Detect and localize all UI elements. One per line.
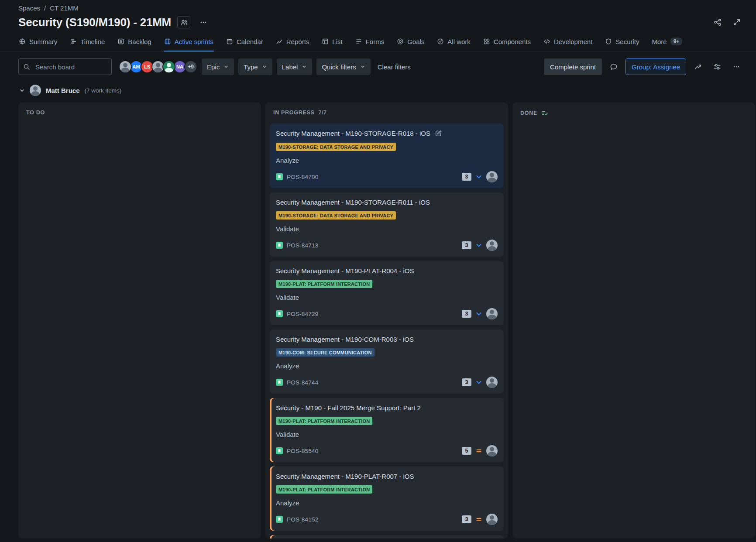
tab-label: Components: [494, 38, 531, 45]
search-input[interactable]: [18, 58, 112, 75]
tab-components[interactable]: Components: [483, 33, 531, 51]
tab-development[interactable]: Development: [543, 33, 593, 51]
priority-medium-icon: [475, 447, 482, 454]
circle-check-icon: [437, 38, 444, 45]
breadcrumb-project-link[interactable]: CT 21MM: [50, 4, 79, 12]
tab-goals[interactable]: Goals: [396, 33, 425, 51]
tab-label: Development: [554, 38, 592, 45]
card-partial[interactable]: [270, 535, 504, 539]
assignee-avatar-stack: AM LS NA +9: [119, 60, 197, 73]
tab-all-work[interactable]: All work: [436, 33, 471, 51]
tab-more[interactable]: More 9+: [652, 33, 683, 51]
story-icon: [276, 447, 283, 454]
tab-forms[interactable]: Forms: [355, 33, 385, 51]
code-icon: [543, 38, 550, 45]
assignee-avatar[interactable]: [486, 514, 498, 525]
tab-summary[interactable]: Summary: [18, 33, 58, 51]
card-status: Validate: [276, 225, 498, 233]
assignee-avatar[interactable]: [486, 240, 498, 251]
story-points-badge[interactable]: 3: [462, 515, 471, 523]
assignee-avatar[interactable]: [486, 445, 498, 456]
edit-summary-button[interactable]: [435, 130, 442, 138]
card-title: Security Management - M190-COM-R003 - iO…: [276, 335, 414, 344]
assignee-group-header: Matt Bruce (7 work items): [19, 85, 756, 96]
assignee-avatar[interactable]: [486, 171, 498, 182]
tab-label: All work: [447, 38, 471, 45]
label-badge: M190-PLAT: PLATFORM INTERACTION: [276, 280, 372, 288]
complete-sprint-button[interactable]: Complete sprint: [544, 58, 602, 75]
avatar-person-icon[interactable]: [162, 60, 175, 73]
column-done: DONE: [512, 102, 755, 539]
card-pos-84152[interactable]: Security Management - M190-PLAT-R007 - i…: [270, 467, 504, 531]
sliders-icon: [713, 63, 721, 71]
card-pos-84729[interactable]: Security Management - M190-PLAT-R004 - i…: [270, 261, 504, 325]
assignee-avatar[interactable]: [486, 308, 498, 319]
timeline-icon: [70, 38, 77, 45]
story-icon: [276, 516, 283, 523]
tab-timeline[interactable]: Timeline: [69, 33, 105, 51]
group-by-assignee-button[interactable]: Group: Assignee: [625, 58, 686, 75]
type-filter-dropdown[interactable]: Type: [238, 58, 272, 75]
fullscreen-button[interactable]: [730, 15, 744, 29]
breadcrumb-spaces-link[interactable]: Spaces: [18, 4, 40, 12]
tab-calendar[interactable]: Calendar: [226, 33, 264, 51]
insights-button[interactable]: [691, 59, 705, 74]
filter-label: Epic: [207, 63, 220, 71]
tab-security[interactable]: Security: [605, 33, 639, 51]
column-count: 7/7: [319, 110, 327, 116]
avatar-photo-1[interactable]: [119, 60, 132, 73]
group-avatar: [30, 85, 41, 96]
card-title: Security Management - M190-STORAGE-R018 …: [276, 129, 430, 138]
card-key: POS-84152: [287, 516, 318, 523]
more-horizontal-icon: [733, 63, 740, 70]
toolbar-more-button[interactable]: [729, 59, 744, 74]
priority-medium-icon: [475, 516, 482, 523]
story-points-badge[interactable]: 3: [462, 310, 471, 318]
tab-label: Goals: [407, 38, 424, 45]
share-button[interactable]: [711, 15, 725, 29]
page-header: Spaces / CT 21MM Security (S190/M190) - …: [0, 0, 756, 29]
story-points-badge[interactable]: 3: [462, 241, 471, 249]
avatar-overflow-count[interactable]: +9: [184, 60, 197, 73]
expand-icon: [733, 18, 741, 26]
column-title: TO DO: [26, 110, 45, 116]
chevron-down-icon: [360, 64, 365, 69]
epic-filter-dropdown[interactable]: Epic: [202, 58, 234, 75]
column-todo-cards: [18, 123, 261, 128]
story-points-badge[interactable]: 3: [462, 173, 471, 181]
search-board: [18, 58, 112, 75]
trend-chart-icon: [694, 63, 702, 71]
edit-icon: [435, 130, 442, 137]
assignee-avatar[interactable]: [486, 377, 498, 388]
tab-label: Timeline: [80, 38, 105, 45]
view-settings-button[interactable]: [710, 59, 725, 74]
table-icon: [322, 38, 329, 45]
globe-icon: [19, 38, 26, 45]
feedback-button[interactable]: [606, 59, 621, 74]
label-filter-dropdown[interactable]: Label: [277, 58, 313, 75]
card-pos-84700[interactable]: Security Management - M190-STORAGE-R018 …: [270, 123, 504, 188]
tab-label: Summary: [29, 38, 57, 45]
collapse-chevron-icon[interactable]: [19, 88, 25, 93]
story-points-badge[interactable]: 5: [462, 447, 471, 455]
clear-filters-button[interactable]: Clear filters: [375, 63, 413, 71]
tab-reports[interactable]: Reports: [275, 33, 310, 51]
quick-filters-dropdown[interactable]: Quick filters: [316, 58, 370, 75]
card-pos-84744[interactable]: Security Management - M190-COM-R003 - iO…: [270, 329, 504, 394]
label-badge: M190-STORAGE: DATA STORAGE AND PRIVACY: [276, 143, 396, 151]
tab-label: Forms: [366, 38, 385, 45]
card-title: Security Management - M190-PLAT-R007 - i…: [276, 472, 414, 481]
story-points-badge[interactable]: 3: [462, 378, 471, 386]
label-badge: M190-STORAGE: DATA STORAGE AND PRIVACY: [276, 211, 396, 220]
tab-label: Calendar: [237, 38, 263, 45]
card-pos-85540[interactable]: Security - M190 - Fall 2025 Merge Suppor…: [270, 398, 504, 462]
tab-backlog[interactable]: Backlog: [117, 33, 151, 51]
tab-list[interactable]: List: [321, 33, 343, 51]
card-pos-84713[interactable]: Security Management - M190-STORAGE-R011 …: [270, 192, 504, 257]
tab-active-sprints[interactable]: Active sprints: [164, 33, 214, 51]
card-key: POS-84700: [287, 174, 318, 180]
title-more-button[interactable]: [196, 15, 210, 29]
card-status: Analyze: [276, 499, 498, 508]
priority-low-icon: [475, 379, 482, 386]
team-button[interactable]: [177, 16, 190, 28]
